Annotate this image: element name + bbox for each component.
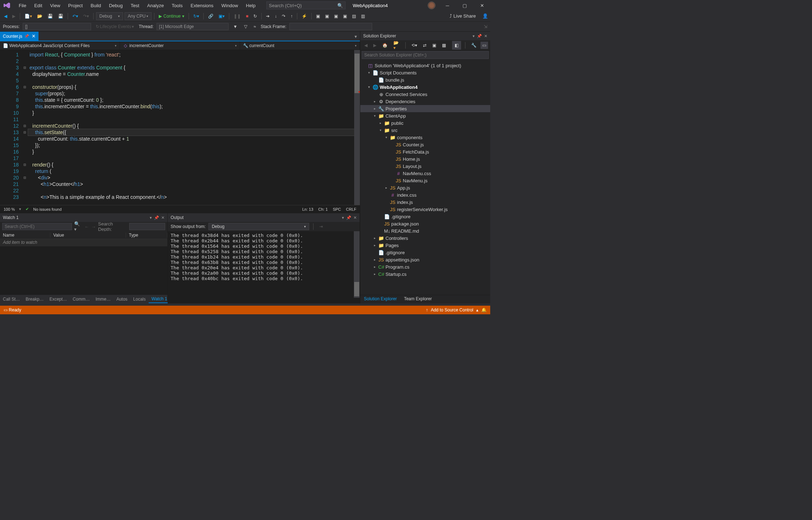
sol-switch-icon[interactable]: 📂▾ xyxy=(392,39,401,51)
tree-item[interactable]: JSLayout.js xyxy=(360,163,490,170)
nav-scope[interactable]: 📄WebApplication4 JavaScript Content File… xyxy=(0,41,120,50)
new-item-button[interactable]: 📄▾ xyxy=(23,13,34,20)
menu-help[interactable]: Help xyxy=(242,1,259,10)
bottom-tab[interactable]: Imme… xyxy=(93,296,113,303)
bottom-tab[interactable]: Comm… xyxy=(70,296,93,303)
tree-item[interactable]: 📄.gitignore xyxy=(360,249,490,256)
sol-preview-icon[interactable]: ◧ xyxy=(453,42,460,49)
solution-root[interactable]: ◫ Solution 'WebApplication4' (1 of 1 pro… xyxy=(360,62,490,69)
platform-combo[interactable]: Any CPU xyxy=(125,12,152,20)
panel-close-icon[interactable]: ✕ xyxy=(353,215,357,220)
close-button[interactable]: ✕ xyxy=(477,1,487,9)
tab-close-icon[interactable]: ✕ xyxy=(32,33,36,39)
panel-close-icon[interactable]: ✕ xyxy=(161,215,164,220)
tree-item[interactable]: ▸JSApp.js xyxy=(360,184,490,191)
tree-item[interactable]: ▾📁src xyxy=(360,127,490,134)
windows4-icon[interactable]: ▣ xyxy=(341,13,349,20)
tree-item[interactable]: ▸🔧Properties xyxy=(360,105,490,112)
nav-next-icon[interactable]: → xyxy=(91,224,96,229)
tree-item[interactable]: ▾📁ClientApp xyxy=(360,112,490,119)
sol-home-icon[interactable]: 🏠 xyxy=(380,42,389,49)
pause-button[interactable]: ❚❚ xyxy=(232,13,243,20)
live-share[interactable]: ⤴ Live Share 👤 xyxy=(450,13,488,19)
output-text[interactable]: The thread 0x38d4 has exited with code 0… xyxy=(168,231,360,304)
bottom-tab[interactable]: Watch 1 xyxy=(149,295,170,303)
depth-combo[interactable] xyxy=(129,223,165,230)
menu-extensions[interactable]: Extensions xyxy=(187,1,217,10)
windows2-icon[interactable]: ▣ xyxy=(323,13,331,20)
pin-icon[interactable]: 📌 xyxy=(24,34,29,38)
panel-dropdown-icon[interactable]: ▾ xyxy=(342,215,344,220)
output-from-combo[interactable]: Debug▾ xyxy=(208,223,309,230)
show-next-button[interactable]: ➔ xyxy=(264,13,271,20)
sol-search-input[interactable] xyxy=(362,51,489,59)
tree-item[interactable]: JSpackage.json xyxy=(360,220,490,227)
tree-item[interactable]: ▸📁Controllers xyxy=(360,234,490,242)
bottom-tab[interactable]: Locals xyxy=(130,296,149,303)
nav-fwd-button[interactable]: ▶ xyxy=(10,13,17,20)
menu-build[interactable]: Build xyxy=(87,1,105,10)
intellitrace-button[interactable]: ⚡ xyxy=(300,13,309,20)
tree-item[interactable]: ▸📁public xyxy=(360,119,490,127)
panel-pin-icon[interactable]: 📌 xyxy=(477,34,482,38)
bottom-tab[interactable]: Call St… xyxy=(0,296,23,303)
filter1-icon[interactable]: ▼ xyxy=(231,23,239,30)
sol-back-icon[interactable]: ◀ xyxy=(362,42,369,49)
tab-counter-js[interactable]: Counter.js 📌 ✕ xyxy=(0,32,39,41)
watch-search-input[interactable] xyxy=(2,223,72,230)
tree-item[interactable]: #index.css xyxy=(360,191,490,199)
panel-close-icon[interactable]: ✕ xyxy=(484,34,487,38)
tree-item[interactable]: ▸C#Startup.cs xyxy=(360,270,490,278)
tree-item[interactable]: JSNavMenu.js xyxy=(360,177,490,184)
user-avatar[interactable] xyxy=(428,1,436,9)
menu-view[interactable]: View xyxy=(46,1,64,10)
nav-member[interactable]: ◇incrementCounter xyxy=(120,41,240,50)
step-into-button[interactable]: ↓ xyxy=(273,13,279,20)
tree-item[interactable]: M↓README.md xyxy=(360,227,490,234)
sol-sync-icon[interactable]: ⟲▾ xyxy=(410,42,419,49)
tree-item[interactable]: 📄.gitignore xyxy=(360,213,490,220)
tree-item[interactable]: JSregisterServiceWorker.js xyxy=(360,206,490,213)
maximize-button[interactable]: ▢ xyxy=(459,1,470,9)
step-out-button[interactable]: ↑ xyxy=(289,13,294,20)
quick-search[interactable]: Search (Ctrl+Q) 🔍 xyxy=(266,1,346,9)
sol-tab[interactable]: Solution Explorer xyxy=(360,295,400,304)
nav-detail[interactable]: 🔧currentCount xyxy=(240,41,360,50)
nav-back-button[interactable]: ◀ xyxy=(2,13,9,20)
tree-item[interactable]: JSindex.js xyxy=(360,199,490,206)
tree-item[interactable]: ▾📁components xyxy=(360,134,490,141)
menu-project[interactable]: Project xyxy=(64,1,86,10)
filter2-icon[interactable]: ▽ xyxy=(242,23,249,30)
browser-link-button[interactable]: 🔗 xyxy=(206,13,215,20)
windows5-icon[interactable]: ▤ xyxy=(350,13,358,20)
lifecycle-icon[interactable]: ↻ Lifecycle Events ▾ xyxy=(94,23,136,30)
search-icon[interactable]: 🔍▾ xyxy=(74,221,82,232)
minimize-button[interactable]: ─ xyxy=(442,1,453,9)
threads-icon[interactable]: ≈ xyxy=(252,23,258,30)
panel-pin-icon[interactable]: 📌 xyxy=(154,215,159,220)
open-button[interactable]: 📂 xyxy=(35,13,44,20)
panel-dropdown-icon[interactable]: ▾ xyxy=(473,34,475,38)
panel-dropdown-icon[interactable]: ▾ xyxy=(150,215,152,220)
watch-add-prompt[interactable]: Add item to watch xyxy=(0,239,167,246)
stack-combo[interactable] xyxy=(289,23,372,30)
tree-item[interactable]: ▸📁Pages xyxy=(360,242,490,249)
sol-refresh-icon[interactable]: ⇄ xyxy=(421,42,428,49)
tree-item[interactable]: JSCounter.js xyxy=(360,141,490,148)
tabs-dropdown-icon[interactable]: ▾ xyxy=(352,32,360,41)
bottom-tab[interactable]: Except… xyxy=(46,296,70,303)
sol-tab[interactable]: Team Explorer xyxy=(400,295,435,304)
windows6-icon[interactable]: ▥ xyxy=(359,13,367,20)
config-combo[interactable]: Debug xyxy=(96,12,123,20)
tree-item[interactable]: ▾📄Script Documents xyxy=(360,69,490,76)
thread-combo[interactable]: [1] Microsoft Edge xyxy=(157,23,229,30)
save-button[interactable]: 💾 xyxy=(46,13,55,20)
zoom-level[interactable]: 100 % xyxy=(4,207,15,211)
redo-button[interactable]: ↷▾ xyxy=(81,13,91,20)
output-scrollbar[interactable] xyxy=(354,231,360,298)
tree-item[interactable]: ▸JSappsettings.json xyxy=(360,256,490,263)
nav-prev-icon[interactable]: ← xyxy=(84,224,89,229)
menu-debug[interactable]: Debug xyxy=(105,1,126,10)
tree-item[interactable]: JSFetchData.js xyxy=(360,148,490,155)
tree-item[interactable]: ⊕Connected Services xyxy=(360,91,490,98)
